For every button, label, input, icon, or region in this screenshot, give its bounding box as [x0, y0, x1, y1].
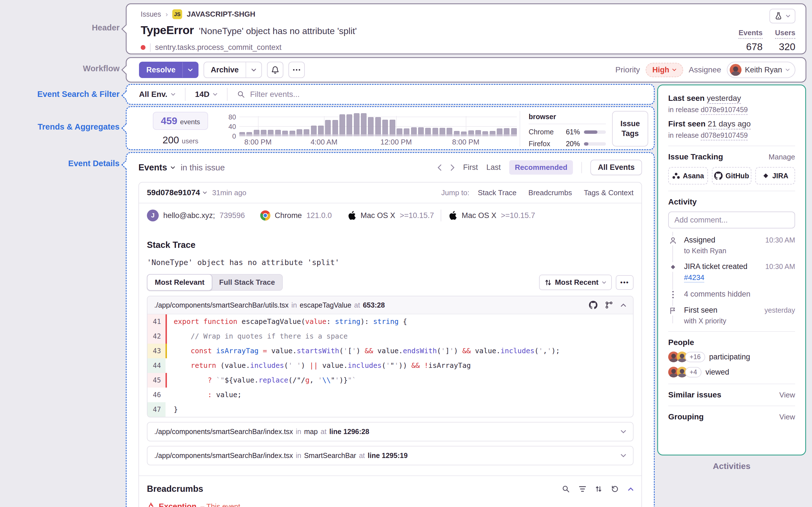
breadcrumbs-sort-icon[interactable]	[595, 485, 602, 493]
people-row: +4viewed	[668, 367, 795, 378]
experiment-menu-button[interactable]	[769, 9, 795, 23]
integration-jira-button[interactable]: JIRA	[755, 167, 795, 184]
resolve-dropdown-button[interactable]	[183, 62, 198, 77]
chevron-down-icon	[203, 191, 207, 194]
last-seen-value[interactable]: yesterday	[707, 94, 741, 104]
first-seen-label: First seen	[668, 119, 705, 128]
assignee-dropdown[interactable]: Keith Ryan	[727, 62, 795, 78]
subscribe-bell-button[interactable]	[267, 62, 283, 78]
events-stat-label[interactable]: Events	[739, 29, 762, 39]
activity-ticket-link[interactable]: #4234	[684, 273, 704, 283]
archive-dropdown-button[interactable]	[246, 62, 261, 77]
breadcrumbs-collapse-icon[interactable]	[628, 487, 633, 491]
breadcrumbs-replay-icon[interactable]	[611, 485, 619, 493]
frame-path: ./app/components/smartSearchBar/index.ts…	[154, 452, 293, 460]
integration-github-button[interactable]: GitHub	[712, 167, 752, 184]
issue-message: 'NoneType' object has no attribute 'spli…	[199, 26, 357, 36]
header-annotation-tail	[121, 24, 130, 33]
release-link[interactable]: d078e9107459	[701, 106, 748, 115]
sort-dropdown[interactable]: Most Recent	[539, 275, 612, 290]
environment-dropdown[interactable]: All Env.	[139, 90, 175, 99]
add-comment-input[interactable]: Add comment...	[668, 212, 795, 228]
events-count-unit: events	[180, 118, 200, 126]
tab-full-stack-trace[interactable]: Full Stack Trace	[212, 275, 282, 290]
event-counts: 459 events 200 users	[134, 111, 227, 147]
workflow-annotation-tail	[121, 65, 130, 74]
jump-link-tags-context[interactable]: Tags & Context	[584, 188, 633, 197]
suspect-commit-icon[interactable]	[605, 301, 613, 309]
sidebar-links: Similar issuesViewGroupingView	[668, 384, 795, 421]
issue-tracking-title: Issue Tracking	[668, 152, 723, 161]
sort-arrows-icon	[545, 279, 552, 286]
archive-split-button: Archive	[204, 62, 262, 78]
divider	[581, 162, 582, 173]
view-link[interactable]: View	[779, 391, 795, 399]
collapse-frame-icon[interactable]	[620, 303, 626, 307]
activity-sidebar: Last seen yesterday in release d078e9107…	[657, 84, 806, 455]
collapsed-stack-frame[interactable]: ./app/components/smartSearchBar/index.ts…	[147, 422, 633, 441]
archive-button[interactable]: Archive	[204, 62, 246, 77]
previous-event-button[interactable]	[437, 164, 442, 171]
people-count-pill[interactable]: +16	[685, 352, 705, 362]
events-stat: Events 678	[739, 29, 762, 52]
issue-stats: Events 678 Users 320	[739, 29, 795, 52]
breadcrumbs-filter-icon[interactable]	[579, 486, 586, 492]
breadcrumbs-search-icon[interactable]	[562, 485, 570, 493]
collapsed-frames: ./app/components/smartSearchBar/index.ts…	[139, 422, 642, 465]
event-search-input[interactable]: Filter events...	[237, 90, 642, 99]
events-title-text[interactable]: Events	[139, 163, 167, 173]
users-stat-label[interactable]: Users	[775, 29, 795, 39]
first-seen-value[interactable]: 21 days ago	[708, 119, 751, 129]
first-event-link[interactable]: First	[463, 163, 478, 172]
stack-frame-header[interactable]: ./app/components/smartSearchBar/utils.ts…	[147, 296, 633, 314]
frame-location: 653:28	[363, 301, 385, 309]
event-id-dropdown[interactable]: 59d078e91074	[147, 188, 207, 197]
annotation-label: Event Details	[68, 159, 119, 168]
more-actions-button[interactable]	[289, 62, 305, 78]
resolve-split-button: Resolve	[139, 62, 199, 78]
next-event-button[interactable]	[450, 164, 455, 171]
flask-icon	[774, 12, 782, 20]
github-icon[interactable]	[589, 301, 598, 309]
priority-dropdown[interactable]: High	[646, 63, 683, 77]
people-avatars	[668, 367, 688, 378]
people-row: +16participating	[668, 351, 795, 362]
chevron-down-icon	[785, 68, 790, 71]
frame-at-label: at	[320, 428, 326, 436]
divider	[441, 210, 441, 221]
browser-name: Firefox	[529, 140, 562, 148]
collapsed-stack-frame[interactable]: ./app/components/smartSearchBar/index.ts…	[147, 446, 633, 465]
integration-asana-button[interactable]: Asana	[668, 167, 708, 184]
event-details: Events in this issue First Last Recommen…	[126, 152, 655, 507]
x-axis-tick: 8:00 PM	[452, 138, 479, 147]
people-count-pill[interactable]: +4	[685, 367, 702, 378]
code-line: 41export function escapeTagValue(value: …	[147, 314, 633, 329]
last-event-link[interactable]: Last	[486, 163, 501, 172]
date-range-dropdown[interactable]: 14D	[195, 90, 217, 99]
chart-bar	[354, 113, 359, 136]
recommended-event-pill[interactable]: Recommended	[509, 160, 573, 175]
stack-frame: ./app/components/smartSearchBar/utils.ts…	[147, 296, 633, 417]
line-number: 43	[147, 344, 165, 358]
stack-trace-more-button[interactable]: •••	[616, 275, 633, 290]
user-id: 739596	[220, 211, 245, 220]
divider	[668, 146, 795, 146]
breadcrumbs-header: Breadcrumbs	[139, 476, 642, 494]
resolve-button[interactable]: Resolve	[140, 62, 183, 77]
issue-tags-button[interactable]: Issue Tags	[612, 111, 648, 147]
filter-annotation-tail	[121, 91, 130, 100]
view-link[interactable]: View	[779, 413, 795, 421]
tab-most-relevant[interactable]: Most Relevant	[147, 274, 212, 291]
jump-link-stack-trace[interactable]: Stack Trace	[478, 188, 516, 197]
event-id: 59d078e91074	[147, 188, 200, 197]
manage-link[interactable]: Manage	[769, 153, 795, 161]
breadcrumb-issues-link[interactable]: Issues	[141, 10, 161, 18]
browser-breakdown: browser Chrome61%Firefox20%+4 more5%	[520, 111, 607, 147]
jump-link-breadcrumbs[interactable]: Breadcrumbs	[528, 188, 572, 197]
activity-item: First seenyesterdaywith X priority	[668, 306, 795, 325]
event-filter-bar: All Env. 14D Filter events...	[126, 84, 655, 105]
all-events-button[interactable]: All Events	[591, 160, 642, 175]
breadcrumb-project[interactable]: JAVASCRIPT-SHGH	[187, 10, 255, 18]
browser-meter	[584, 130, 606, 134]
release-link[interactable]: d078e9107459	[701, 131, 748, 140]
